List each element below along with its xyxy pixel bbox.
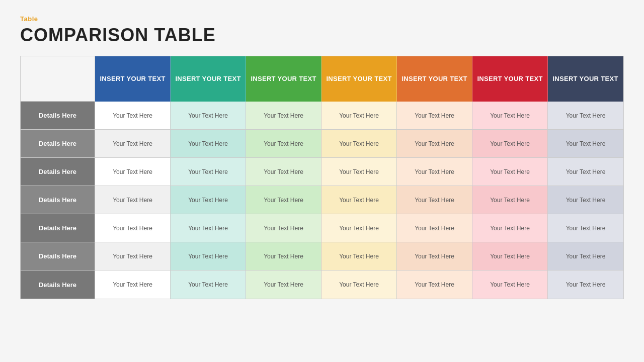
data-cell-r1-c3: Your Text Here [246, 102, 321, 130]
data-cell-r6-c4: Your Text Here [321, 242, 397, 270]
data-cell-r2-c2: Your Text Here [171, 130, 246, 158]
header-col-6: INSERT YOUR TEXT [472, 56, 548, 102]
data-cell-r7-c6: Your Text Here [472, 270, 548, 299]
data-cell-r5-c3: Your Text Here [246, 214, 321, 242]
data-cell-r4-c2: Your Text Here [171, 186, 246, 214]
data-cell-r6-c7: Your Text Here [548, 242, 623, 270]
data-cell-r4-c3: Your Text Here [246, 186, 321, 214]
comparison-table: INSERT YOUR TEXTINSERT YOUR TEXTINSERT Y… [20, 56, 624, 299]
data-cell-r7-c5: Your Text Here [397, 270, 472, 299]
data-cell-r6-c2: Your Text Here [171, 242, 246, 270]
header-col-3: INSERT YOUR TEXT [246, 56, 321, 102]
data-cell-r7-c4: Your Text Here [321, 270, 397, 299]
data-cell-r1-c2: Your Text Here [171, 102, 246, 130]
header-col-5: INSERT YOUR TEXT [397, 56, 472, 102]
row-label-4: Details Here [21, 186, 95, 214]
data-cell-r5-c6: Your Text Here [472, 214, 548, 242]
row-label-2: Details Here [21, 130, 95, 158]
data-cell-r3-c5: Your Text Here [397, 158, 472, 186]
data-cell-r5-c2: Your Text Here [171, 214, 246, 242]
row-label-7: Details Here [21, 270, 95, 299]
data-cell-r7-c2: Your Text Here [171, 270, 246, 299]
header-empty-cell [21, 56, 95, 102]
data-cell-r2-c1: Your Text Here [95, 130, 171, 158]
data-cell-r4-c4: Your Text Here [321, 186, 397, 214]
data-cell-r4-c5: Your Text Here [397, 186, 472, 214]
section-label: Table [20, 15, 624, 23]
row-label-3: Details Here [21, 158, 95, 186]
row-label-5: Details Here [21, 214, 95, 242]
data-cell-r7-c7: Your Text Here [548, 270, 623, 299]
data-cell-r4-c6: Your Text Here [472, 186, 548, 214]
header-col-4: INSERT YOUR TEXT [321, 56, 397, 102]
data-cell-r2-c7: Your Text Here [548, 130, 623, 158]
data-cell-r4-c1: Your Text Here [95, 186, 171, 214]
data-cell-r3-c7: Your Text Here [548, 158, 623, 186]
data-cell-r2-c4: Your Text Here [321, 130, 397, 158]
data-cell-r6-c1: Your Text Here [95, 242, 171, 270]
data-cell-r1-c4: Your Text Here [321, 102, 397, 130]
data-cell-r3-c4: Your Text Here [321, 158, 397, 186]
data-cell-r5-c4: Your Text Here [321, 214, 397, 242]
page-title: COMPARISON TABLE [20, 25, 624, 46]
data-cell-r1-c6: Your Text Here [472, 102, 548, 130]
data-cell-r6-c3: Your Text Here [246, 242, 321, 270]
data-cell-r1-c1: Your Text Here [95, 102, 171, 130]
header-col-1: INSERT YOUR TEXT [95, 56, 171, 102]
data-cell-r2-c6: Your Text Here [472, 130, 548, 158]
row-label-6: Details Here [21, 242, 95, 270]
data-cell-r1-c5: Your Text Here [397, 102, 472, 130]
data-cell-r3-c3: Your Text Here [246, 158, 321, 186]
data-cell-r5-c1: Your Text Here [95, 214, 171, 242]
data-cell-r4-c7: Your Text Here [548, 186, 623, 214]
header-col-7: INSERT YOUR TEXT [548, 56, 623, 102]
data-cell-r3-c1: Your Text Here [95, 158, 171, 186]
data-cell-r2-c5: Your Text Here [397, 130, 472, 158]
data-cell-r3-c6: Your Text Here [472, 158, 548, 186]
table-container: INSERT YOUR TEXTINSERT YOUR TEXTINSERT Y… [20, 56, 624, 352]
row-label-1: Details Here [21, 102, 95, 130]
data-cell-r5-c7: Your Text Here [548, 214, 623, 242]
data-cell-r6-c5: Your Text Here [397, 242, 472, 270]
header-col-2: INSERT YOUR TEXT [171, 56, 246, 102]
data-cell-r7-c1: Your Text Here [95, 270, 171, 299]
data-cell-r7-c3: Your Text Here [246, 270, 321, 299]
data-cell-r3-c2: Your Text Here [171, 158, 246, 186]
page: Table COMPARISON TABLE INSERT YOUR TEXTI… [0, 0, 644, 362]
data-cell-r6-c6: Your Text Here [472, 242, 548, 270]
data-cell-r1-c7: Your Text Here [548, 102, 623, 130]
data-cell-r2-c3: Your Text Here [246, 130, 321, 158]
data-cell-r5-c5: Your Text Here [397, 214, 472, 242]
